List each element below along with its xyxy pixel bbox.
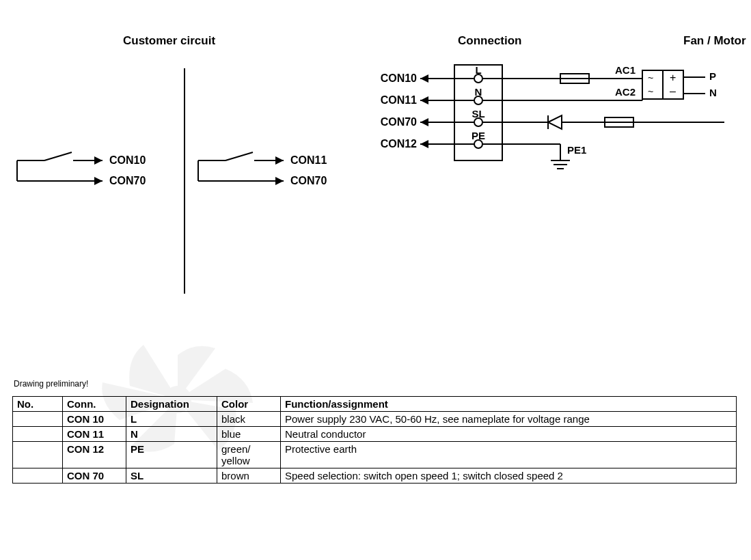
svg-marker-15 xyxy=(275,177,284,185)
title-fan-motor: Fan / Motor xyxy=(683,34,746,48)
plus-icon: + xyxy=(670,72,676,83)
switch-group-1: CON10 CON70 xyxy=(17,152,146,186)
diode-icon xyxy=(548,115,562,129)
connection-table: No. Conn. Designation Color Function/ass… xyxy=(12,396,737,484)
td-conn: CON 12 xyxy=(63,442,126,468)
td-desig: N xyxy=(126,427,217,442)
td-color: green/ yellow xyxy=(217,442,281,468)
drawing-caption: Drawing preliminary! xyxy=(14,379,88,389)
label-P: P xyxy=(709,70,716,82)
title-customer: Customer circuit xyxy=(123,34,215,48)
label-ac1: AC1 xyxy=(615,64,636,76)
td-func: Protective earth xyxy=(281,442,737,468)
svg-marker-19 xyxy=(420,96,428,104)
table-row: CON 10 L black Power supply 230 VAC, 50-… xyxy=(13,412,737,427)
label-Nout: N xyxy=(709,87,717,98)
td-color: blue xyxy=(217,427,281,442)
label-sw1-top: CON10 xyxy=(109,154,146,166)
table-header-row: No. Conn. Designation Color Function/ass… xyxy=(13,397,737,412)
terminal-L-label: L xyxy=(475,64,481,76)
table-row: CON 12 PE green/ yellow Protective earth xyxy=(13,442,737,468)
terminal-SL-label: SL xyxy=(472,108,484,120)
table-row: CON 70 SL brown Speed selection: switch … xyxy=(13,468,737,484)
label-pe1: PE1 xyxy=(567,144,586,156)
td-func: Neutral conductor xyxy=(281,427,737,442)
td-func: Speed selection: switch open speed 1; sw… xyxy=(281,468,737,484)
terminal-PE-label: PE xyxy=(472,130,485,141)
th-color: Color xyxy=(217,397,281,412)
td-no xyxy=(13,442,63,468)
ground-icon xyxy=(551,160,570,169)
svg-marker-23 xyxy=(420,140,428,148)
th-desig: Designation xyxy=(126,397,217,412)
td-func: Power supply 230 VAC, 50-60 Hz, see name… xyxy=(281,412,737,427)
label-ac2: AC2 xyxy=(615,86,636,98)
terminal-N-label: N xyxy=(475,86,482,98)
ac-tilde1-icon: ~ xyxy=(648,72,653,83)
td-desig: L xyxy=(126,412,217,427)
td-color: brown xyxy=(217,468,281,484)
td-conn: CON 10 xyxy=(63,412,126,427)
svg-marker-33 xyxy=(548,115,562,129)
th-no: No. xyxy=(13,397,63,412)
svg-line-3 xyxy=(44,152,72,160)
title-connection: Connection xyxy=(458,34,522,48)
th-func: Function/assignment xyxy=(281,397,737,412)
connection-diagram: L N SL PE CON10 CON11 CON70 CON12 AC1 AC… xyxy=(369,58,751,236)
td-color: black xyxy=(217,412,281,427)
td-no xyxy=(13,427,63,442)
td-conn: CON 11 xyxy=(63,427,126,442)
td-conn: CON 70 xyxy=(63,468,126,484)
label-sw2-bot: CON70 xyxy=(290,175,327,186)
label-con11: CON11 xyxy=(381,94,417,106)
label-sw1-bot: CON70 xyxy=(109,175,146,186)
switch-group-2: CON11 CON70 xyxy=(198,152,327,186)
ac-tilde2-icon: ~ xyxy=(648,86,653,97)
minus-icon: – xyxy=(670,85,676,97)
svg-line-10 xyxy=(226,152,253,160)
td-desig: SL xyxy=(126,468,217,484)
label-sw2-top: CON11 xyxy=(290,154,327,166)
svg-marker-8 xyxy=(94,177,103,185)
svg-marker-21 xyxy=(420,118,428,126)
table-row: CON 11 N blue Neutral conductor xyxy=(13,427,737,442)
td-no xyxy=(13,412,63,427)
th-conn: Conn. xyxy=(63,397,126,412)
td-no xyxy=(13,468,63,484)
svg-marker-12 xyxy=(275,156,284,165)
label-con70: CON70 xyxy=(381,116,417,128)
svg-marker-5 xyxy=(94,156,103,165)
svg-marker-17 xyxy=(420,74,428,83)
td-desig: PE xyxy=(126,442,217,468)
label-con12: CON12 xyxy=(381,138,417,150)
customer-circuit-diagram: CON10 CON70 CON11 CON70 xyxy=(7,61,362,300)
label-con10: CON10 xyxy=(381,72,417,84)
